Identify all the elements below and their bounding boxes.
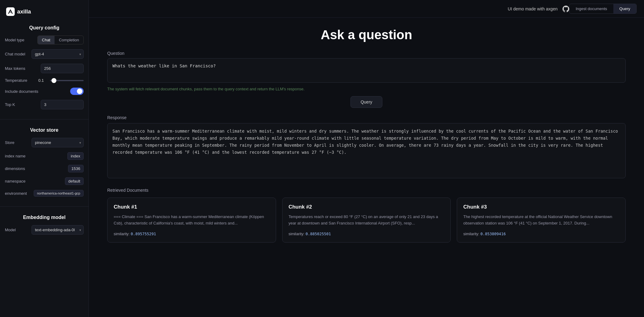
include-docs-label: Include documents (5, 89, 38, 94)
temperature-slider[interactable] (50, 80, 84, 81)
temperature-row: Temperature 0.1 (5, 78, 84, 83)
vector-store-section: Vector store Store pinecone weaviate ▾ i… (0, 124, 89, 202)
index-name-label: index name (5, 154, 29, 158)
svg-rect-0 (6, 7, 15, 16)
chunk-2-title: Chunk #2 (289, 204, 445, 210)
environment-row: environment northamerica-northeast1-gcp (5, 190, 84, 197)
chunk-3-similarity-value: 0.853809416 (480, 232, 506, 236)
environment-label: environment (5, 191, 29, 196)
github-icon[interactable] (563, 6, 569, 12)
toggle-slider (70, 88, 84, 95)
dimensions-badge: 1536 (68, 165, 84, 172)
tab-query[interactable]: Query (613, 4, 636, 13)
question-input[interactable]: Whats the weather like in San Francisco? (107, 58, 626, 83)
top-k-input[interactable] (41, 100, 84, 109)
store-select-wrap[interactable]: pinecone weaviate ▾ (32, 138, 84, 147)
content-area: Ask a question Question Whats the weathe… (89, 18, 644, 317)
include-docs-toggle[interactable] (70, 88, 84, 95)
chunk-2-similarity-label: similarity: (289, 232, 305, 236)
hint-text: The system will fetch relevant document … (107, 87, 626, 91)
tab-ingest[interactable]: Ingest documents (570, 4, 613, 13)
namespace-label: namespace (5, 179, 29, 183)
response-label: Response (107, 115, 626, 120)
chunk-1-text: === Climate === San Francisco has a warm… (114, 214, 270, 227)
store-label: Store (5, 140, 29, 145)
sidebar: axilla Query config Model type Chat Comp… (0, 0, 89, 317)
chunk-card-1: Chunk #1 === Climate === San Francisco h… (107, 198, 276, 243)
chunk-1-similarity-value: 0.895755291 (131, 232, 156, 236)
chunk-1-similarity-label: similarity: (114, 232, 130, 236)
tagline: UI demo made with axgen (508, 6, 558, 11)
embedding-model-row: Model text-embedding-ada-002 ▾ (5, 225, 84, 235)
dimensions-label: dimensions (5, 166, 29, 171)
temperature-slider-wrap: 0.1 (29, 78, 84, 83)
response-box[interactable]: San Francisco has a warm-summer Mediterr… (107, 123, 626, 178)
top-right: UI demo made with axgen (508, 6, 569, 12)
chunks-grid: Chunk #1 === Climate === San Francisco h… (107, 198, 626, 243)
embedding-model-title: Embedding model (5, 215, 84, 220)
include-docs-row: Include documents (5, 88, 84, 95)
question-label: Question (107, 51, 626, 56)
embedding-model-label: Model (5, 228, 29, 232)
embedding-model-select-wrap[interactable]: text-embedding-ada-002 ▾ (32, 225, 84, 235)
chat-toggle-btn[interactable]: Chat (38, 36, 55, 44)
query-config-title: Query config (5, 25, 84, 31)
page-title: Ask a question (107, 28, 626, 42)
chunk-card-2: Chunk #2 Temperatures reach or exceed 80… (282, 198, 451, 243)
nav-tabs[interactable]: Ingest documents Query (569, 4, 637, 14)
chunk-2-similarity-value: 0.885025501 (305, 232, 331, 236)
chat-model-label: Chat model (5, 52, 29, 56)
max-tokens-label: Max tokens (5, 66, 29, 71)
embedding-model-section: Embedding model Model text-embedding-ada… (0, 212, 89, 240)
chunk-card-3: Chunk #3 The highest recorded temperatur… (457, 198, 626, 243)
completion-toggle-btn[interactable]: Completion (55, 36, 83, 44)
namespace-row: namespace default (5, 177, 84, 185)
top-k-row: Top K (5, 100, 84, 109)
chat-model-select-wrap[interactable]: gpt-4 gpt-3.5-turbo ▾ (32, 49, 84, 59)
model-type-label: Model type (5, 38, 29, 42)
retrieved-label: Retrieved Documents (107, 188, 626, 193)
chat-model-select[interactable]: gpt-4 gpt-3.5-turbo (32, 49, 84, 59)
chunk-3-title: Chunk #3 (463, 204, 619, 210)
logo-icon (6, 7, 15, 16)
index-name-badge: index (67, 152, 84, 160)
main-content: UI demo made with axgen Ingest documents… (89, 0, 644, 317)
temperature-value: 0.1 (38, 78, 47, 83)
temperature-label: Temperature (5, 78, 29, 83)
store-select[interactable]: pinecone weaviate (32, 138, 84, 147)
embedding-model-select[interactable]: text-embedding-ada-002 (32, 225, 84, 235)
model-type-row: Model type Chat Completion (5, 36, 84, 44)
top-k-label: Top K (5, 102, 29, 107)
dimensions-row: dimensions 1536 (5, 165, 84, 172)
environment-badge: northamerica-northeast1-gcp (34, 190, 84, 197)
chunk-3-similarity-label: similarity: (463, 232, 479, 236)
chunk-3-text: The highest recorded temperature at the … (463, 214, 619, 227)
chat-model-row: Chat model gpt-4 gpt-3.5-turbo ▾ (5, 49, 84, 59)
vector-store-title: Vector store (5, 127, 84, 133)
max-tokens-row: Max tokens (5, 64, 84, 73)
index-name-row: index name index (5, 152, 84, 160)
store-row: Store pinecone weaviate ▾ (5, 138, 84, 147)
topbar: UI demo made with axgen Ingest documents… (89, 0, 644, 18)
model-type-toggle[interactable]: Chat Completion (37, 36, 84, 44)
max-tokens-input[interactable] (41, 64, 84, 73)
chunk-1-title: Chunk #1 (114, 204, 270, 210)
query-config-section: Query config Model type Chat Completion … (0, 22, 89, 114)
namespace-badge: default (65, 177, 84, 185)
chunk-3-similarity: similarity: 0.853809416 (463, 232, 619, 236)
chunk-2-similarity: similarity: 0.885025501 (289, 232, 445, 236)
chunk-1-similarity: similarity: 0.895755291 (114, 232, 270, 236)
chunk-2-text: Temperatures reach or exceed 80 °F (27 °… (289, 214, 445, 227)
logo-area: axilla (0, 5, 89, 22)
logo-text: axilla (17, 9, 31, 15)
query-button[interactable]: Query (350, 96, 382, 108)
